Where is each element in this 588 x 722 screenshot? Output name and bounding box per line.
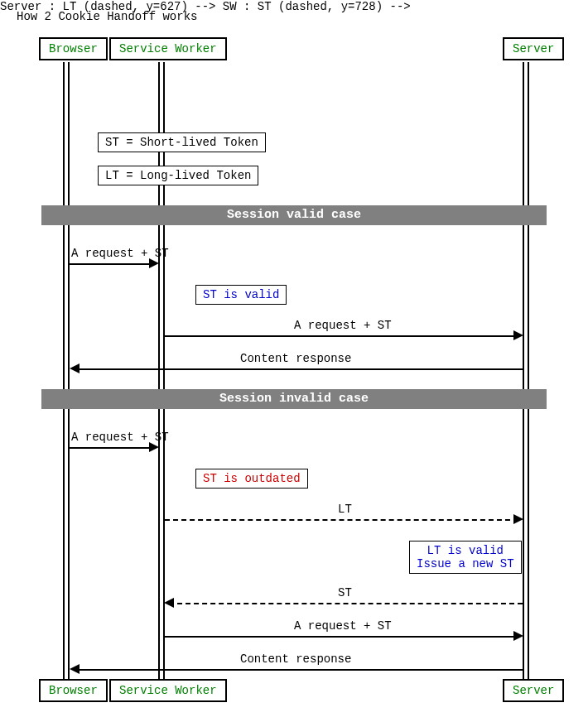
- lifeline-browser: [63, 62, 70, 679]
- msg-label-content-1: Content response: [240, 352, 351, 365]
- arrow-6: [164, 598, 174, 608]
- participant-service-worker-bottom: Service Worker: [109, 679, 227, 702]
- arrow-4: [149, 442, 159, 452]
- participant-service-worker-top: Service Worker: [109, 37, 227, 60]
- msg-line-5: [165, 519, 518, 521]
- note-lt-valid-line2: Issue a new ST: [417, 557, 514, 570]
- diagram-title: How 2 Cookie Handoff works: [17, 10, 197, 23]
- msg-line-7: [165, 636, 518, 638]
- msg-line-3: [75, 368, 523, 370]
- arrow-2: [513, 330, 523, 340]
- lifeline-server: [523, 62, 529, 679]
- msg-line-4: [70, 447, 154, 449]
- lifeline-service-worker: [158, 62, 165, 679]
- note-st-def: ST = Short-lived Token: [98, 132, 266, 152]
- msg-label-content-2: Content response: [240, 652, 351, 666]
- note-lt-def: LT = Long-lived Token: [98, 166, 258, 185]
- msg-line-1: [70, 263, 154, 265]
- arrow-7: [513, 631, 523, 641]
- note-lt-valid-line1: LT is valid: [427, 544, 504, 557]
- participant-browser-top: Browser: [39, 37, 108, 60]
- arrow-3: [70, 363, 80, 373]
- msg-label-req-st-4: A request + ST: [294, 619, 392, 633]
- participant-server-top: Server: [503, 37, 564, 60]
- divider-session-invalid: Session invalid case: [41, 389, 547, 409]
- msg-label-st: ST: [338, 586, 352, 599]
- msg-label-lt: LT: [338, 503, 352, 516]
- msg-label-req-st-2: A request + ST: [294, 319, 392, 332]
- divider-session-valid: Session valid case: [41, 205, 547, 225]
- arrow-1: [149, 258, 159, 268]
- participant-browser-bottom: Browser: [39, 679, 108, 702]
- sequence-diagram: How 2 Cookie Handoff works Browser Servi…: [0, 0, 588, 722]
- msg-line-2: [165, 335, 518, 337]
- arrow-5: [513, 514, 523, 524]
- msg-line-6: [169, 603, 523, 604]
- participant-server-bottom: Server: [503, 679, 564, 702]
- note-st-valid: ST is valid: [195, 285, 287, 305]
- arrow-8: [70, 664, 80, 674]
- msg-line-8: [75, 669, 523, 671]
- note-st-outdated: ST is outdated: [195, 469, 308, 489]
- note-lt-valid: LT is valid Issue a new ST: [409, 541, 522, 574]
